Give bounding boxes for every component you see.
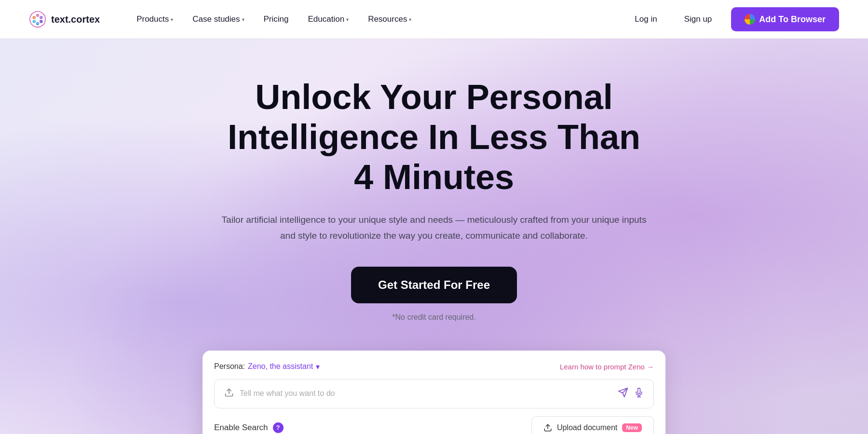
nav-item-case-studies[interactable]: Case studies ▾ [185,11,252,28]
nav-item-products[interactable]: Products ▾ [129,11,181,28]
upload-icon[interactable] [224,388,234,400]
logo-icon [29,11,46,28]
nav-item-education[interactable]: Education ▾ [300,11,357,28]
signup-button[interactable]: Sign up [677,11,720,28]
persona-selector[interactable]: Zeno, the assistant ▾ [248,362,320,371]
chat-input[interactable] [240,389,612,398]
new-badge: New [622,423,642,432]
enable-search-toggle[interactable]: Enable Search ? [214,422,284,433]
nav-links: Products ▾ Case studies ▾ Pricing Educat… [129,11,627,28]
chat-input-row [214,379,654,408]
upload-doc-label: Upload document [557,423,617,432]
persona-name: Zeno, the assistant [248,362,313,371]
hero-section: Unlock Your Personal Intelligence In Les… [0,39,868,434]
learn-prompt-link[interactable]: Learn how to prompt Zeno [560,363,654,371]
add-to-browser-button[interactable]: Add To Browser [731,7,839,31]
chrome-icon [745,14,755,25]
help-icon[interactable]: ? [273,422,284,433]
send-icon[interactable] [618,387,628,400]
bottom-row: Enable Search ? Upload document New [214,416,654,434]
login-button[interactable]: Log in [627,11,665,28]
hero-title: Unlock Your Personal Intelligence In Les… [217,77,651,197]
upload-doc-icon [543,423,552,432]
mic-icon[interactable] [634,388,644,400]
persona-selector-area: Persona: Zeno, the assistant ▾ [214,362,320,371]
enable-search-label: Enable Search [214,423,268,433]
persona-row: Persona: Zeno, the assistant ▾ Learn how… [214,362,654,371]
persona-chevron-icon: ▾ [316,362,320,371]
navbar: text.cortex Products ▾ Case studies ▾ Pr… [0,0,868,39]
logo-text: text.cortex [51,14,100,25]
logo[interactable]: text.cortex [29,11,100,28]
no-credit-card-note: *No credit card required. [392,313,475,322]
chevron-down-icon: ▾ [409,17,411,22]
nav-right: Log in Sign up Add To Browser [627,7,839,31]
nav-item-pricing[interactable]: Pricing [256,11,297,28]
chevron-down-icon: ▾ [242,17,244,22]
upload-document-button[interactable]: Upload document New [531,416,654,434]
get-started-button[interactable]: Get Started For Free [351,267,517,303]
nav-item-resources[interactable]: Resources ▾ [360,11,419,28]
chevron-down-icon: ▾ [346,17,349,22]
chevron-down-icon: ▾ [171,17,173,22]
chat-widget: Persona: Zeno, the assistant ▾ Learn how… [203,351,665,434]
hero-subtitle: Tailor artificial intelligence to your u… [217,212,651,244]
persona-label: Persona: [214,362,245,371]
